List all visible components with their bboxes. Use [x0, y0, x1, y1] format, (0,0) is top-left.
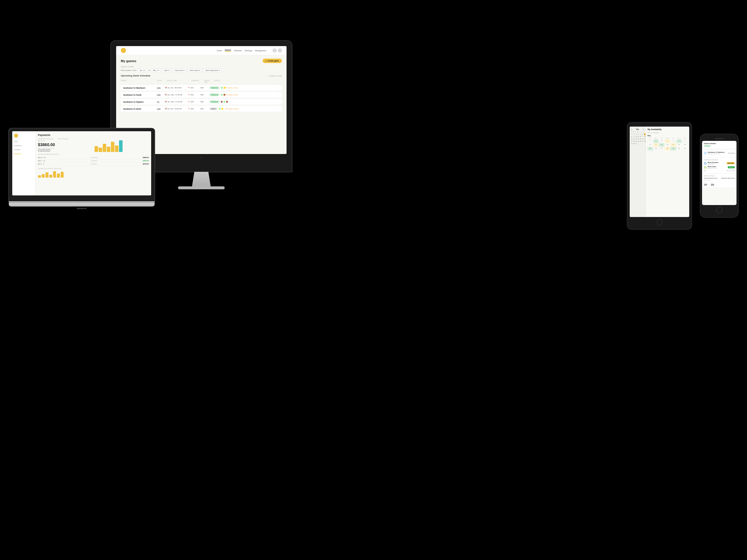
avail-cell[interactable]: 15	[647, 147, 653, 151]
avail-cell[interactable]: 2	[653, 139, 659, 143]
pay-nav-assignment[interactable]: Assignment	[14, 144, 33, 147]
create-game-button[interactable]: ● Create game	[263, 59, 282, 63]
cal-day[interactable]: 27	[642, 140, 643, 142]
next-month-icon[interactable]: ▶	[643, 128, 644, 130]
user-avatar-2[interactable]	[278, 48, 282, 53]
more-options-icon[interactable]: ⋮	[277, 87, 280, 89]
iphone-home-button[interactable]	[716, 207, 722, 213]
cal-day[interactable]: 8	[631, 136, 633, 138]
avail-cell[interactable]: 19	[671, 147, 676, 151]
avail-cell[interactable]: 10	[659, 143, 664, 147]
cal-day[interactable]: 13	[642, 136, 643, 138]
avail-cell[interactable]: 12	[671, 143, 676, 147]
cal-day[interactable]: 12	[640, 136, 641, 138]
cal-day[interactable]: 10	[635, 136, 637, 138]
status-badge: Published	[209, 93, 220, 96]
to-date-select[interactable]: Mar. 1 ▾	[151, 69, 161, 72]
game-org: HSB	[200, 108, 208, 110]
nav-earnings[interactable]: Earnings	[244, 50, 252, 52]
game-address: 📍 SHS	[188, 94, 199, 96]
avail-cell[interactable]: 11	[665, 143, 670, 147]
nav-games[interactable]: Games	[225, 49, 231, 52]
avail-sidebar: ◀ May ▶ S M T W T F S 1	[630, 127, 646, 217]
payments-logo-icon	[14, 134, 18, 138]
cal-day[interactable]: 17	[635, 138, 637, 140]
payment-detail-row[interactable]: May 7 - 13 17 Games $3640.50	[38, 159, 149, 162]
avail-cell[interactable]: 4	[665, 139, 670, 143]
avail-cell[interactable]: 16	[653, 147, 659, 151]
more-options-icon[interactable]: ⋮	[277, 101, 280, 103]
cal-day[interactable]: 15	[631, 138, 633, 140]
avail-cell[interactable]: 1	[647, 139, 653, 143]
avail-cell[interactable]: 17	[659, 147, 664, 151]
level-filter-select[interactable]: Game level ▾	[173, 69, 186, 72]
cal-day[interactable]: 3	[635, 133, 637, 135]
payment-detail-row[interactable]: May 14 - 20 20 Games $3860.00	[38, 156, 149, 159]
payments-balance-row: May 14 - 20 $3860.00 Balance will be cha…	[38, 140, 149, 152]
detail-label: GROSS PAYMENTS DETAILS	[38, 154, 149, 155]
iphone-screen: Games Details Live now Southwest Vs Wash…	[702, 141, 737, 205]
cal-day[interactable]: 26	[640, 140, 641, 142]
pay-nav-home[interactable]: Home	[14, 140, 33, 143]
table-row[interactable]: Southwest Vs North VAR 📅 Feb. 8th - 05:0…	[121, 106, 282, 112]
table-row[interactable]: Southwest Vs South VAR 📅 Jan. 18th - 07:…	[121, 92, 282, 98]
detail-date: May 1 - 6	[38, 163, 44, 165]
avail-cell[interactable]: 21	[682, 147, 688, 151]
cal-day[interactable]: 9	[633, 136, 635, 138]
cal-day[interactable]: 6	[642, 133, 643, 135]
scheduled-chart-bars	[38, 170, 149, 178]
avail-title: My Availability	[647, 128, 688, 130]
org-filter-select[interactable]: Sport organization ▾	[203, 69, 222, 72]
from-date-select[interactable]: Jan. 1 ▾	[137, 69, 147, 72]
scores: Score 107 vs Score 102	[704, 182, 735, 186]
more-options-icon[interactable]: ⋮	[277, 94, 280, 96]
cal-day[interactable]: 16	[633, 138, 635, 140]
cal-day[interactable]: 30	[633, 143, 635, 145]
table-row[interactable]: Southwest Vs Hopkins JV 📅 Jan. 24th - 07…	[121, 99, 282, 105]
more-options-icon[interactable]: ⋮	[277, 108, 280, 110]
payment-detail-row[interactable]: May 1 - 6 11 Games $2700.00	[38, 162, 149, 166]
avail-cell[interactable]: 8	[647, 143, 653, 147]
avail-cell[interactable]: 20	[676, 147, 682, 151]
cal-day[interactable]: 24	[635, 140, 637, 142]
avail-cell[interactable]: 5	[671, 139, 676, 143]
cal-day[interactable]: 20	[642, 138, 643, 140]
avail-cell[interactable]: 14	[682, 143, 688, 147]
search-label: SEARCH GAMES	[121, 66, 282, 68]
cal-day[interactable]: 18	[637, 138, 639, 140]
status-filter-select[interactable]: Game status ▾	[188, 69, 202, 72]
cal-day[interactable]: 29	[631, 143, 633, 145]
status-badge: Published	[209, 100, 220, 103]
avail-cell[interactable]: 6	[676, 139, 682, 143]
user-avatar-1[interactable]	[273, 48, 277, 53]
table-row[interactable]: Southwest Vs Washburn VAR 📅 Jan. 5th - 0…	[121, 85, 282, 91]
col-level: LEVEL	[157, 80, 166, 83]
sport-filter-select[interactable]: Sport ▾	[162, 69, 172, 72]
cal-day[interactable]: 23	[633, 140, 635, 142]
ref-info: Wyatt Saunders Adult Referee	[707, 162, 719, 165]
avail-cell[interactable]: 3	[659, 139, 664, 143]
cal-day[interactable]: 4	[637, 133, 639, 135]
cal-day[interactable]: 25	[637, 140, 639, 142]
ipad-home-button[interactable]	[656, 219, 662, 225]
nav-referees[interactable]: Referees	[234, 50, 241, 52]
cal-day[interactable]: 5	[640, 133, 641, 135]
cal-day[interactable]: 2	[633, 133, 635, 135]
cal-day[interactable]: 19	[640, 138, 641, 140]
cal-day[interactable]: 1	[631, 133, 633, 135]
avail-cell[interactable]: 13	[676, 143, 682, 147]
nav-management[interactable]: Management	[255, 50, 266, 52]
cal-day[interactable]: 22	[631, 140, 633, 142]
pay-nav-schedule[interactable]: Schedule	[14, 148, 33, 151]
pay-nav-payments[interactable]: Payments	[14, 152, 33, 155]
nav-home[interactable]: Home	[217, 50, 222, 52]
ipad-screen: ◀ May ▶ S M T W T F S 1	[630, 127, 689, 217]
payments-page-title: Payments	[38, 134, 149, 136]
avail-cell[interactable]: 7	[682, 139, 688, 143]
cal-day[interactable]: 11	[637, 136, 639, 138]
prev-month-icon[interactable]: ◀	[631, 128, 632, 130]
avail-cell[interactable]: 18	[665, 147, 670, 151]
sched-bar	[57, 174, 60, 178]
avail-cell[interactable]: 9	[653, 143, 659, 147]
cal-day[interactable]: 31	[635, 143, 637, 145]
